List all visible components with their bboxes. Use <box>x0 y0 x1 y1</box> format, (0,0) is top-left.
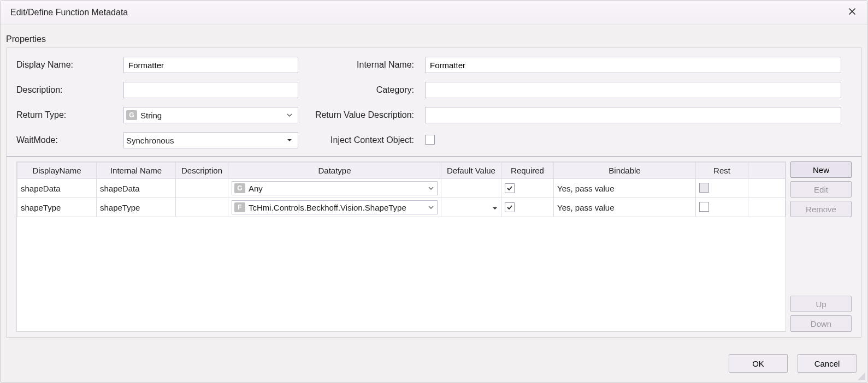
cell-description[interactable] <box>176 179 228 198</box>
cell-description[interactable] <box>176 198 228 217</box>
edit-button[interactable]: Edit <box>790 181 852 198</box>
cancel-button[interactable]: Cancel <box>798 354 857 373</box>
cell-bindable[interactable]: Yes, pass value <box>554 179 696 198</box>
rest-checkbox <box>699 183 709 193</box>
datatype-combo[interactable]: GAny <box>232 181 438 195</box>
grid-header-row: DisplayName Internal Name Description Da… <box>17 163 786 179</box>
return-type-badge: G <box>126 110 137 120</box>
col-datatype[interactable]: Datatype <box>228 163 441 179</box>
inject-context-checkbox[interactable] <box>425 135 435 145</box>
col-tail <box>748 163 786 179</box>
chevron-down-icon <box>287 137 296 143</box>
cell-required[interactable] <box>501 198 554 217</box>
table-row[interactable]: shapeDatashapeDataGAnyYes, pass value <box>17 179 786 198</box>
resize-grip-icon[interactable] <box>858 373 865 380</box>
up-button[interactable]: Up <box>790 296 852 312</box>
remove-button[interactable]: Remove <box>790 201 852 217</box>
datatype-text: TcHmi.Controls.Beckhoff.Vision.ShapeType <box>249 203 425 212</box>
cell-datatype[interactable]: GAny <box>228 179 441 198</box>
internal-name-field[interactable] <box>425 57 841 73</box>
cell-rest[interactable] <box>696 198 748 217</box>
cell-bindable[interactable]: Yes, pass value <box>554 198 696 217</box>
cell-datatype[interactable]: FTcHmi.Controls.Beckhoff.Vision.ShapeTyp… <box>228 198 441 217</box>
description-field[interactable] <box>123 82 298 98</box>
close-icon <box>848 7 857 17</box>
checkbox[interactable] <box>505 183 515 193</box>
cell-defaultvalue[interactable] <box>441 198 501 217</box>
cell-internalname[interactable]: shapeData <box>97 179 176 198</box>
label-description: Description: <box>16 85 115 95</box>
cell-displayname[interactable]: shapeType <box>17 198 97 217</box>
label-return-value-desc: Return Value Description: <box>307 110 416 120</box>
return-type-text: String <box>140 111 284 120</box>
chevron-down-icon <box>428 185 436 191</box>
return-type-combo[interactable]: G String <box>123 107 298 123</box>
chevron-down-icon <box>287 112 296 118</box>
cell-required[interactable] <box>501 179 554 198</box>
table-row[interactable]: shapeTypeshapeTypeFTcHmi.Controls.Beckho… <box>17 198 786 217</box>
datatype-combo[interactable]: FTcHmi.Controls.Beckhoff.Vision.ShapeTyp… <box>232 200 438 214</box>
display-name-field[interactable] <box>123 57 298 73</box>
checkbox[interactable] <box>505 202 515 212</box>
col-internalname[interactable]: Internal Name <box>97 163 176 179</box>
label-return-type: Return Type: <box>16 110 115 120</box>
cell-displayname[interactable]: shapeData <box>17 179 97 198</box>
col-displayname[interactable]: DisplayName <box>17 163 97 179</box>
col-rest[interactable]: Rest <box>696 163 748 179</box>
parameters-grid: DisplayName Internal Name Description Da… <box>17 162 786 217</box>
wait-mode-combo[interactable]: Synchronous <box>123 132 298 148</box>
col-required[interactable]: Required <box>501 163 554 179</box>
col-bindable[interactable]: Bindable <box>554 163 696 179</box>
return-value-desc-field[interactable] <box>425 107 841 123</box>
label-display-name: Display Name: <box>16 60 115 70</box>
label-internal-name: Internal Name: <box>307 60 416 70</box>
type-badge: F <box>234 202 245 212</box>
form-grid: Display Name: Internal Name: Description… <box>16 57 841 148</box>
cell-tail <box>748 198 786 217</box>
cell-tail <box>748 179 786 198</box>
chevron-down-icon[interactable] <box>492 206 498 211</box>
type-badge: G <box>234 183 245 193</box>
properties-panel: Display Name: Internal Name: Description… <box>6 47 862 338</box>
label-category: Category: <box>307 85 416 95</box>
col-defaultvalue[interactable]: Default Value <box>441 163 501 179</box>
cell-rest[interactable] <box>696 179 748 198</box>
down-button[interactable]: Down <box>790 315 852 332</box>
inject-context-cell <box>425 135 841 146</box>
dialog-footer: OK Cancel <box>729 354 857 373</box>
cell-defaultvalue[interactable] <box>441 179 501 198</box>
label-wait-mode: WaitMode: <box>16 135 115 145</box>
checkbox[interactable] <box>699 202 709 212</box>
datatype-text: Any <box>249 184 425 193</box>
ok-button[interactable]: OK <box>729 354 788 373</box>
close-button[interactable] <box>841 4 863 21</box>
parameters-area: DisplayName Internal Name Description Da… <box>16 161 852 332</box>
parameters-grid-wrap: DisplayName Internal Name Description Da… <box>16 161 786 332</box>
label-inject-context: Inject Context Object: <box>307 135 416 145</box>
category-field[interactable] <box>425 82 841 98</box>
section-heading: Properties <box>1 25 867 47</box>
wait-mode-text: Synchronous <box>126 136 284 145</box>
grid-side-buttons: New Edit Remove Up Down <box>790 161 852 332</box>
divider <box>7 156 861 157</box>
col-description[interactable]: Description <box>176 163 228 179</box>
cell-internalname[interactable]: shapeType <box>97 198 176 217</box>
chevron-down-icon <box>428 205 436 210</box>
window-title: Edit/Define Function Metadata <box>10 8 128 17</box>
titlebar: Edit/Define Function Metadata <box>1 1 867 25</box>
new-button[interactable]: New <box>790 161 852 178</box>
